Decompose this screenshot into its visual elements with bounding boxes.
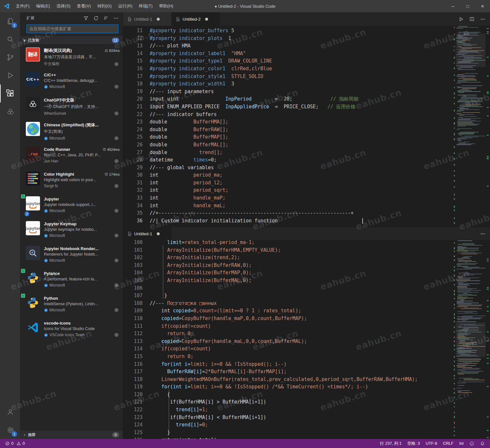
unsaved-changes-dot[interactable] [205, 18, 208, 21]
code-line[interactable]: 123 if(BufferHMA[i] < BufferHMA[i+1]) [123, 414, 454, 422]
extension-gear-icon[interactable] [114, 307, 120, 313]
line-number[interactable]: 21 [123, 103, 150, 111]
menu-item[interactable]: 文件(F) [13, 2, 33, 10]
tab-untitled-2[interactable]: Untitled-2 [172, 12, 220, 26]
maximize-button[interactable]: □ [460, 0, 475, 12]
run-icon[interactable] [458, 16, 464, 22]
extension-item[interactable]: PythonIntelliSense (Pylance), Lintin...M… [20, 293, 123, 317]
code-line[interactable]: 28datetime times=0; [123, 156, 454, 164]
chatgpt-activity-button[interactable] [0, 102, 20, 121]
extension-item[interactable]: .runCode Runner4524msRun C, C++, Java, J… [20, 144, 123, 169]
run-debug-activity-button[interactable] [0, 66, 20, 84]
line-number[interactable]: 34 [123, 202, 150, 210]
code-line[interactable]: 109 int copied=0,count=(limit==0 ? 1 : r… [123, 307, 454, 315]
more-icon[interactable] [480, 231, 485, 237]
line-number[interactable]: 100 [123, 240, 150, 247]
line-number[interactable]: 117 [123, 368, 150, 376]
code-line[interactable]: 15#property indicator_type1 DRAW_COLOR_L… [123, 57, 454, 65]
installed-section-header[interactable]: ∨ 已安装 12 [20, 36, 123, 44]
code-line[interactable]: 17#property indicator_style1 STYLE_SOLID [123, 73, 454, 81]
line-number[interactable]: 104 [123, 269, 150, 277]
code-line[interactable]: 31int period_l2; [123, 179, 454, 187]
extension-item[interactable]: 翻译翻译(英汉词典)833ms本地77万词条英汉词典，不...中文编程 [20, 44, 123, 69]
code-line[interactable]: 12#property indicator_plots 1 [123, 35, 454, 43]
line-number[interactable]: 11 [123, 27, 150, 35]
unsaved-changes-dot[interactable] [157, 232, 160, 235]
code-line[interactable]: 23double BufferHMA[]; [123, 118, 454, 126]
line-number[interactable]: 22 [123, 111, 150, 119]
line-number[interactable]: 109 [123, 307, 150, 315]
code-line[interactable]: 102 ArrayInitialize(trend,2); [123, 254, 454, 262]
code-line[interactable]: 122 trend[i]=1; [123, 406, 454, 414]
close-button[interactable]: ✕ [475, 0, 490, 12]
line-number[interactable]: 126 [123, 436, 150, 439]
line-number[interactable]: 111 [123, 323, 150, 330]
settings-activity-button[interactable]: 1 [0, 421, 20, 439]
code-line[interactable]: 113 copied=CopyBuffer(handle_maL,0,0,cou… [123, 338, 454, 346]
unsaved-changes-dot[interactable] [157, 18, 160, 21]
code-line[interactable]: 32int period_sqrt; [123, 187, 454, 194]
code-line[interactable]: 118 LinearWeightedMAOnBuffer(rates_total… [123, 376, 454, 384]
code-line[interactable]: 19//--- input parameters [123, 88, 454, 96]
line-number[interactable]: 119 [123, 383, 150, 391]
line-number[interactable]: 25 [123, 133, 150, 141]
encoding-status[interactable]: UTF-8 [424, 441, 439, 446]
code-line[interactable]: 126 return(rates_total); [123, 436, 454, 439]
code-line[interactable]: 34int handle_maL; [123, 202, 454, 210]
line-number[interactable]: 36 [123, 217, 150, 225]
more-icon[interactable] [113, 15, 119, 21]
line-number[interactable]: 23 [123, 118, 150, 126]
extension-item[interactable]: ChatGPT中文版一个 ChatGPT 的插件，支持...WhenSunset [20, 94, 123, 119]
line-number[interactable]: 122 [123, 406, 150, 414]
source-control-activity-button[interactable] [0, 48, 20, 66]
line-number[interactable]: 105 [123, 277, 150, 285]
code-line[interactable]: 111 if(copied!=count) [123, 323, 454, 330]
line-number[interactable]: 15 [123, 57, 150, 65]
code-line[interactable]: 36//| Custom indicator initialization fu… [123, 217, 454, 225]
refresh-icon[interactable] [93, 15, 99, 21]
code-line[interactable]: 29//--- global variables [123, 164, 454, 172]
bell-icon[interactable] [478, 441, 487, 446]
code-line[interactable]: 106 [123, 285, 454, 292]
eol-status[interactable]: CRLF [441, 441, 455, 446]
extension-gear-icon[interactable] [114, 332, 120, 337]
line-number[interactable]: 12 [123, 35, 150, 43]
line-number[interactable]: 26 [123, 141, 150, 149]
extension-item[interactable]: Color Highlight174msHighlight web colors… [20, 169, 123, 193]
editor-bottom[interactable]: 100 limit=rates_total-period_ma-1;101 Ar… [123, 240, 490, 439]
line-number[interactable]: 31 [123, 179, 150, 187]
extension-item[interactable]: vscode-iconsIcons for Visual Studio Code… [20, 317, 123, 342]
menu-item[interactable]: 帮助(H) [156, 2, 176, 10]
line-number[interactable]: 101 [123, 247, 150, 254]
code-line[interactable]: 105 ArrayInitialize(BufferMAL,0); [123, 277, 454, 285]
code-line[interactable]: 20input uint InpPeriod = 20; // 指标周期 [123, 95, 454, 103]
code-line[interactable]: 112 return 0; [123, 330, 454, 338]
menu-item[interactable]: 选择(S) [54, 2, 73, 10]
cursor-position-status[interactable]: 行 237, 列 1 [378, 441, 404, 446]
extension-search-input[interactable] [26, 24, 118, 33]
account-activity-button[interactable] [0, 403, 20, 421]
code-line[interactable]: 103 ArrayInitialize(BufferRAW,0); [123, 262, 454, 269]
code-line[interactable]: 108//--- По□гото□ка □анных [123, 300, 454, 307]
line-number[interactable]: 115 [123, 353, 150, 361]
menu-item[interactable]: 编辑(E) [33, 2, 53, 10]
extension-item[interactable]: Chinese (Simplified) (简体...中文(简体)Microso… [20, 119, 123, 144]
line-number[interactable]: 114 [123, 345, 150, 353]
extension-gear-icon[interactable] [114, 283, 120, 288]
line-number[interactable]: 24 [123, 126, 150, 134]
tab-untitled-1[interactable]: Untitled-1 [123, 227, 172, 240]
line-number[interactable]: 13 [123, 42, 150, 50]
code-line[interactable]: 101 ArrayInitialize(BufferHMA,EMPTY_VALU… [123, 247, 454, 254]
minimap[interactable] [456, 240, 485, 439]
code-line[interactable]: 116 for(int i=limit; i>=0 && !IsStopped(… [123, 361, 454, 368]
minimap[interactable] [456, 26, 485, 227]
tab-untitled-1[interactable]: Untitled-1 [123, 12, 172, 26]
code-line[interactable]: 16#property indicator_color1 clrRed,clrB… [123, 65, 454, 73]
menu-item[interactable]: 转到(G) [95, 2, 115, 10]
line-number[interactable]: 108 [123, 300, 150, 307]
line-number[interactable]: 35 [123, 209, 150, 217]
code-line[interactable]: 27double trend[]; [123, 149, 454, 157]
code-line[interactable]: 104 ArrayInitialize(BufferMAP,0); [123, 269, 454, 277]
menu-item[interactable]: 查看(V) [74, 2, 94, 10]
code-line[interactable]: 114 if(copied!=count) [123, 345, 454, 353]
